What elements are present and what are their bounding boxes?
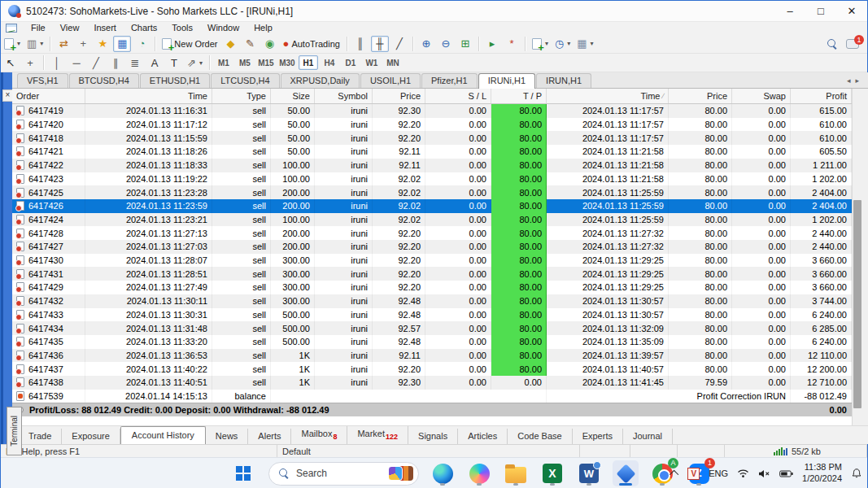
chart-tab-xrpusd-daily[interactable]: XRPUSD,Daily: [281, 73, 360, 88]
menu-window[interactable]: Window: [200, 22, 246, 34]
profiles-button[interactable]: ▥▾: [24, 36, 46, 52]
chart-tab-iruni-h1[interactable]: IRUNi,H1: [478, 73, 535, 89]
chart-tab-pfizer-h1[interactable]: Pfizer,H1: [421, 73, 478, 88]
search-icon[interactable]: [827, 39, 838, 50]
history-row[interactable]: 64174322024.01.13 11:30:11sell300.00irun…: [12, 294, 868, 308]
history-row[interactable]: 64174312024.01.13 11:28:51sell300.00irun…: [12, 267, 868, 281]
timeframe-m5-button[interactable]: M5: [235, 55, 255, 70]
tab-market[interactable]: Market122: [347, 426, 408, 444]
copilot-taskbar-icon[interactable]: [466, 460, 492, 486]
chart-window-icon[interactable]: [6, 24, 17, 33]
battery-icon[interactable]: [779, 469, 793, 478]
tab-news[interactable]: News: [206, 429, 249, 444]
community-button[interactable]: ◉: [261, 36, 279, 52]
tab-articles[interactable]: Articles: [458, 429, 508, 444]
history-row[interactable]: 64174222024.01.13 11:18:33sell100.00irun…: [12, 159, 868, 172]
antivirus-tray-icon[interactable]: V: [687, 468, 700, 480]
language-indicator[interactable]: ENG: [709, 468, 728, 478]
vertical-scrollbar[interactable]: [852, 89, 861, 425]
wifi-icon[interactable]: [737, 468, 749, 478]
history-row[interactable]: 64174272024.01.13 11:27:03sell200.00irun…: [12, 240, 868, 254]
menu-tools[interactable]: Tools: [164, 22, 200, 34]
history-row[interactable]: 64174332024.01.13 11:30:31sell500.00irun…: [12, 308, 868, 322]
word-taskbar-icon[interactable]: W: [576, 460, 602, 486]
zoom-in-button[interactable]: ⊕: [417, 36, 435, 52]
column-header-time-8[interactable]: Time∕: [547, 89, 669, 103]
column-header-symbol-4[interactable]: Symbol: [315, 89, 373, 103]
terminal-button[interactable]: ▦: [113, 36, 131, 52]
timeframe-d1-button[interactable]: D1: [341, 55, 360, 70]
column-header-time-1[interactable]: Time: [85, 89, 212, 103]
edge-taskbar-icon[interactable]: [430, 460, 456, 486]
indicators-button[interactable]: +▾: [530, 36, 551, 52]
status-profile[interactable]: Default: [277, 445, 580, 457]
timeframe-m15-button[interactable]: M15: [256, 55, 276, 70]
history-row[interactable]: 64174282024.01.13 11:27:13sell200.00irun…: [12, 226, 868, 240]
tab-scroll-arrows[interactable]: ◂▸: [847, 76, 864, 88]
chart-tab-btcusd-h4[interactable]: BTCUSD,H4: [69, 73, 139, 88]
minimize-icon[interactable]: –: [774, 1, 805, 21]
start-button[interactable]: [229, 460, 258, 486]
tab-account-history[interactable]: Account History: [120, 426, 206, 444]
tile-windows-button[interactable]: ⊞: [456, 36, 474, 52]
history-row[interactable]: 64174292024.01.13 11:27:49sell300.00irun…: [12, 281, 868, 294]
column-header-sl-6[interactable]: S / L: [425, 89, 491, 103]
menu-insert[interactable]: Insert: [86, 22, 124, 34]
metaeditor-button[interactable]: ✎: [242, 36, 260, 52]
excel-taskbar-icon[interactable]: X: [539, 460, 565, 486]
text-label-button[interactable]: T: [165, 54, 183, 71]
autotrading-button[interactable]: ●AutoTrading: [281, 36, 342, 52]
column-header-price-5[interactable]: Price: [373, 89, 425, 103]
balance-row[interactable]: 64175392024.01.14 14:15:13balanceProfit …: [12, 390, 868, 403]
tab-trade[interactable]: Trade: [19, 429, 62, 444]
text-button[interactable]: A: [146, 54, 164, 71]
new-order-button[interactable]: +New Order: [159, 36, 220, 52]
menu-view[interactable]: View: [53, 22, 87, 34]
column-header-size-3[interactable]: Size: [271, 89, 315, 103]
zoom-out-button[interactable]: ⊖: [437, 36, 455, 52]
crosshair-button[interactable]: +: [21, 54, 39, 71]
bar-chart-button[interactable]: ║: [351, 36, 369, 52]
timeframe-h1-button[interactable]: H1: [299, 55, 318, 70]
history-row[interactable]: 64174242024.01.13 11:23:21sell100.00irun…: [12, 213, 868, 227]
taskbar-search[interactable]: Search: [268, 462, 419, 486]
maximize-icon[interactable]: □: [805, 1, 836, 21]
periods-button[interactable]: ◷▾: [552, 36, 573, 52]
history-row[interactable]: 64174382024.01.13 11:40:51sell1Kiruni92.…: [12, 376, 868, 390]
chart-shift-button[interactable]: *: [503, 36, 521, 52]
chart-tab-ltcusd-h4[interactable]: LTCUSD,H4: [211, 73, 279, 88]
column-header-profit-11[interactable]: Profit: [791, 89, 852, 103]
menu-help[interactable]: Help: [246, 22, 280, 34]
history-row[interactable]: 64174342024.01.13 11:31:48sell500.00irun…: [12, 321, 868, 335]
templates-button[interactable]: ▦▾: [574, 36, 595, 52]
history-row[interactable]: 64174192024.01.13 11:16:31sell50.00iruni…: [12, 104, 868, 118]
shapes-button[interactable]: ⇗▾: [185, 54, 205, 71]
notifications-icon[interactable]: 1: [846, 39, 859, 49]
vertical-line-button[interactable]: │: [48, 54, 66, 71]
history-row[interactable]: 64174232024.01.13 11:19:22sell100.00irun…: [12, 172, 868, 186]
metatrader-taskbar-icon[interactable]: [613, 460, 639, 486]
column-header-swap-10[interactable]: Swap: [732, 89, 791, 103]
timeframe-w1-button[interactable]: W1: [362, 55, 382, 70]
chart-tab-irun-h1[interactable]: IRUN,H1: [536, 73, 591, 88]
history-row[interactable]: 64174202024.01.13 11:17:12sell50.00iruni…: [12, 118, 868, 132]
tab-signals[interactable]: Signals: [408, 429, 458, 444]
cursor-button[interactable]: ↖: [2, 54, 20, 71]
history-row[interactable]: 64174302024.01.13 11:28:07sell300.00irun…: [12, 254, 868, 268]
tab-alerts[interactable]: Alerts: [248, 429, 291, 444]
history-row[interactable]: 64174352024.01.13 11:33:20sell500.00irun…: [12, 335, 868, 349]
notification-bell-icon[interactable]: [851, 468, 862, 479]
strategy-tester-button[interactable]: ◔: [133, 36, 150, 52]
menu-file[interactable]: File: [24, 22, 53, 34]
terminal-side-tab[interactable]: Terminal: [7, 407, 22, 455]
tab-mailbox[interactable]: Mailbox8: [291, 426, 347, 444]
chart-tab-vfs-h1[interactable]: VFS,H1: [17, 73, 68, 88]
column-header-price-9[interactable]: Price: [669, 89, 732, 103]
timeframe-h4-button[interactable]: H4: [320, 55, 339, 70]
menu-charts[interactable]: Charts: [124, 22, 164, 34]
trendline-button[interactable]: ╱: [87, 54, 105, 71]
close-icon[interactable]: ✕: [836, 1, 867, 21]
auto-scroll-button[interactable]: ▸: [483, 36, 501, 52]
scrollbar-thumb[interactable]: [853, 200, 861, 408]
column-header-type-2[interactable]: Type: [212, 89, 271, 103]
